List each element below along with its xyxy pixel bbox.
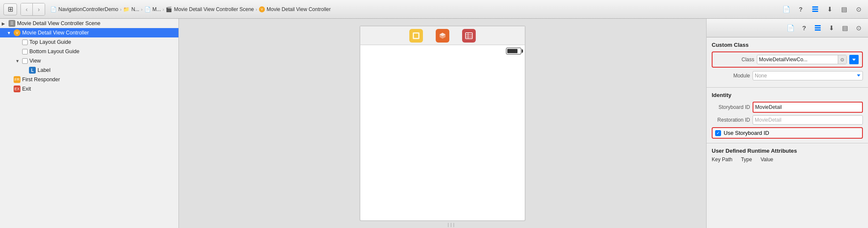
svg-marker-15	[857, 74, 860, 77]
exit-label: Exit	[22, 86, 31, 92]
breadcrumb-item-4[interactable]: 🎬 Movie Detail View Controller Scene	[166, 6, 254, 12]
tree-item-top-layout[interactable]: ▶ Top Layout Guide	[0, 37, 178, 47]
battery-icon	[506, 48, 521, 54]
tree-item-bottom-layout[interactable]: ▶ Bottom Layout Guide	[0, 47, 178, 56]
svg-rect-4	[414, 34, 418, 38]
inspector-toolbar-icon[interactable]	[809, 3, 821, 15]
help-panel-btn[interactable]: ?	[798, 22, 810, 34]
user-defined-columns: Key Path Type Value	[712, 157, 863, 162]
properties-panel-btn[interactable]: ▤	[839, 22, 851, 34]
breadcrumb-label-1: NavigationControllerDemo	[58, 6, 118, 12]
ios-tool-cube	[436, 29, 449, 43]
identity-section: Identity Storyboard ID MovieDetail Resto…	[707, 88, 868, 143]
view-label: View	[29, 58, 41, 64]
label-l-icon: L	[29, 67, 36, 74]
breadcrumb-item-3[interactable]: 📄 M...	[144, 6, 161, 12]
breadcrumb-item-1[interactable]: 📄 Class NavigationControllerDemo	[50, 6, 118, 12]
folder-icon: 📁	[123, 6, 129, 12]
bottom-layout-checkbox-icon	[22, 49, 28, 54]
breadcrumb-label-2: N...	[131, 6, 139, 12]
file-icon: 📄	[50, 6, 57, 12]
tree-item-scene[interactable]: ▶ ☰ Movie Detail View Controller Scene	[0, 19, 178, 28]
battery-fill	[507, 49, 517, 53]
canvas-area: | | |	[179, 19, 706, 228]
ios-content-area	[360, 57, 525, 219]
arrow-panel-btn[interactable]: ⊙	[853, 22, 865, 34]
run-toolbar-icon[interactable]: ⊙	[853, 3, 865, 15]
breadcrumb-label-4: Movie Detail View Controller Scene	[174, 6, 254, 12]
view-checkbox-icon	[22, 58, 28, 64]
ios-tool-table	[462, 29, 476, 43]
scene-icon: ☰	[9, 20, 15, 27]
ios-toolbar	[360, 26, 525, 45]
use-storyboard-id-checkbox[interactable]: ✓	[715, 130, 721, 136]
file-toolbar-icon[interactable]: 📄	[780, 3, 792, 15]
svg-rect-7	[466, 33, 472, 39]
inspector-panel-btn[interactable]	[812, 22, 824, 34]
view-arrow: ▼	[15, 59, 20, 63]
breadcrumb-sep-1: ›	[120, 7, 122, 12]
right-panel-header: 📄 ? ⬇ ▤ ⊙	[707, 19, 868, 37]
tree-item-label[interactable]: ▶ L Label	[0, 66, 178, 75]
module-select[interactable]: None	[753, 71, 863, 80]
custom-class-section: Custom Class Class MovieDetailViewCo... …	[707, 37, 868, 88]
breadcrumb-label-3: M...	[152, 6, 161, 12]
svg-rect-1	[812, 9, 818, 10]
class-input-group[interactable]: MovieDetailViewCo... ⊙	[757, 55, 847, 64]
back-button[interactable]: ‹	[21, 3, 33, 15]
forward-button[interactable]: ›	[33, 3, 45, 15]
ud-col-keypath: Key Path	[712, 157, 733, 162]
canvas-ruler: | | |	[358, 221, 544, 228]
top-layout-checkbox-icon	[22, 40, 28, 45]
download-panel-btn[interactable]: ⬇	[825, 22, 837, 34]
first-responder-icon: FR	[14, 76, 20, 83]
svg-rect-12	[815, 27, 821, 28]
breadcrumb-item-5[interactable]: V Movie Detail View Controller	[259, 6, 331, 12]
identity-title: Identity	[712, 92, 863, 98]
ios-tool-square	[409, 29, 423, 43]
label-label: Label	[37, 67, 51, 73]
breadcrumb: 📄 Class NavigationControllerDemo › 📁 N..…	[50, 6, 779, 12]
custom-class-title: Custom Class	[712, 42, 863, 48]
module-row: Module None	[712, 71, 863, 80]
first-responder-label: First Responder	[22, 77, 60, 83]
ud-col-value: Value	[761, 157, 773, 162]
module-dropdown-arrow	[857, 73, 861, 78]
svg-rect-13	[815, 29, 821, 31]
breadcrumb-item-2[interactable]: 📁 N...	[123, 6, 139, 12]
class-circle-btn[interactable]: ⊙	[838, 55, 846, 64]
grid-button[interactable]: ⊞	[3, 3, 17, 15]
tree-item-vc[interactable]: ▼ V Movie Detail View Controller	[0, 28, 178, 37]
layout-toolbar-icon[interactable]: ▤	[838, 3, 850, 15]
nav-buttons: ‹ ›	[20, 3, 45, 16]
left-panel: ▶ ☰ Movie Detail View Controller Scene ▼…	[0, 19, 179, 228]
storyboard-id-input[interactable]: MovieDetail	[753, 103, 862, 112]
module-label: Module	[712, 73, 750, 79]
exit-icon: EX	[14, 86, 20, 92]
scene-label: Movie Detail View Controller Scene	[17, 20, 101, 26]
file-panel-btn[interactable]: 📄	[785, 22, 796, 34]
scene-icon: 🎬	[166, 6, 172, 12]
tree-item-first-responder[interactable]: ▶ FR First Responder	[0, 75, 178, 84]
storyboard-id-row: Storyboard ID MovieDetail	[712, 102, 863, 113]
class-select-dropdown[interactable]	[849, 55, 859, 64]
breadcrumb-sep-4: ›	[256, 7, 257, 12]
restoration-id-input[interactable]: MovieDetail	[753, 115, 863, 125]
svg-rect-11	[815, 25, 821, 26]
breadcrumb-sep-2: ›	[141, 7, 143, 12]
breadcrumb-label-5: Movie Detail View Controller	[267, 6, 331, 12]
top-toolbar: ⊞ ‹ › 📄 Class NavigationControllerDemo ›…	[0, 0, 868, 19]
custom-class-bordered: Class MovieDetailViewCo... ⊙	[712, 51, 863, 68]
help-toolbar-icon[interactable]: ?	[795, 3, 807, 15]
svg-marker-14	[852, 59, 856, 61]
vc-arrow: ▼	[7, 31, 12, 35]
scene-arrow: ▶	[2, 21, 7, 26]
tree-item-exit[interactable]: ▶ EX Exit	[0, 84, 178, 94]
toolbar-right-icons: 📄 ? ⬇ ▤ ⊙	[780, 3, 865, 15]
tree-item-view[interactable]: ▼ View	[0, 56, 178, 66]
class-row: Class MovieDetailViewCo... ⊙	[716, 55, 859, 64]
main-area: ▶ ☰ Movie Detail View Controller Scene ▼…	[0, 19, 868, 228]
vc-dot-icon: V	[14, 29, 20, 36]
restoration-id-label: Restoration ID	[712, 117, 750, 123]
download-toolbar-icon[interactable]: ⬇	[824, 3, 836, 15]
